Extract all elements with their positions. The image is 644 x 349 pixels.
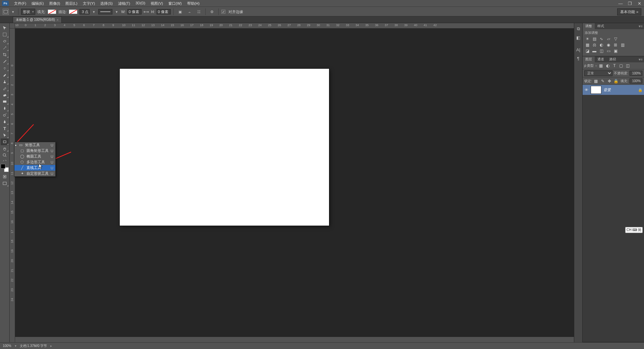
- gradient-tool[interactable]: [1, 98, 9, 105]
- tab-layers[interactable]: 图层: [583, 56, 595, 62]
- stroke-width-dd[interactable]: ▾: [92, 10, 96, 14]
- photo-filter-icon[interactable]: ◉: [606, 43, 611, 47]
- flyout-矩形工具[interactable]: ▭矩形工具U: [14, 142, 55, 148]
- curves-icon[interactable]: ∿: [599, 37, 604, 41]
- gear-icon[interactable]: ⚙: [208, 8, 216, 15]
- hand-tool[interactable]: [1, 145, 9, 152]
- swap-colors-icon[interactable]: [1, 159, 9, 163]
- close-tab-icon[interactable]: ×: [57, 18, 59, 22]
- blur-tool[interactable]: [1, 105, 9, 112]
- selective-color-icon[interactable]: ▣: [613, 49, 618, 53]
- gradient-map-icon[interactable]: ▭: [606, 49, 611, 53]
- lasso-tool[interactable]: [1, 38, 9, 45]
- tab-channels[interactable]: 通道: [595, 56, 607, 62]
- workspace-switcher[interactable]: 基本功能»: [617, 8, 641, 15]
- brush-tool[interactable]: [1, 71, 9, 78]
- invert-icon[interactable]: ◪: [585, 49, 590, 53]
- lock-transparent-icon[interactable]: ▩: [593, 79, 599, 83]
- doc-info[interactable]: 文档:1.37M/0 字节: [20, 344, 47, 348]
- stroke-style-dd[interactable]: ▾: [114, 10, 119, 14]
- zoom-tool[interactable]: [1, 152, 9, 159]
- stroke-width-input[interactable]: [79, 9, 90, 14]
- filter-pixel-icon[interactable]: ▦: [598, 63, 604, 68]
- menu-视图(V)[interactable]: 视图(V): [148, 0, 166, 7]
- path-operations-button[interactable]: ▣: [176, 8, 184, 15]
- healing-tool[interactable]: [1, 65, 9, 71]
- filter-dropdown-icon[interactable]: ÷: [595, 64, 597, 68]
- fill-opacity-value[interactable]: 100%: [630, 78, 642, 83]
- fill-swatch[interactable]: [48, 9, 56, 14]
- layer-row-background[interactable]: 👁 背景 🔒: [583, 85, 644, 95]
- tool-preset-icon[interactable]: [3, 9, 9, 15]
- path-arrange-button[interactable]: ☷: [195, 8, 203, 15]
- lock-pixels-icon[interactable]: ✎: [600, 79, 605, 83]
- ruler-vertical[interactable]: 0123456789101112131415161718192021222324: [10, 28, 15, 342]
- menu-3D(D)[interactable]: 3D(D): [133, 0, 148, 7]
- stroke-swatch[interactable]: [69, 9, 77, 14]
- lookup-icon[interactable]: ▥: [620, 43, 625, 47]
- hue-icon[interactable]: ▦: [585, 43, 590, 47]
- canvas-viewport[interactable]: [15, 28, 574, 337]
- document-tab[interactable]: 未标题-1 @ 100%(RGB/8) ×: [13, 16, 62, 23]
- levels-icon[interactable]: ▤: [592, 37, 597, 41]
- menu-图层(L)[interactable]: 图层(L): [63, 0, 80, 7]
- dodge-tool[interactable]: [1, 112, 9, 118]
- pen-tool[interactable]: [1, 118, 9, 125]
- filter-type-icon[interactable]: T: [612, 63, 617, 68]
- tool-preset-dropdown[interactable]: ▾: [11, 10, 15, 14]
- align-edges-checkbox[interactable]: [221, 10, 225, 14]
- path-selection-tool[interactable]: [1, 132, 9, 138]
- history-panel-icon[interactable]: ⧉: [575, 25, 582, 33]
- flyout-自定形状工具[interactable]: ✦自定形状工具U: [14, 171, 55, 176]
- tab-paths[interactable]: 路径: [607, 56, 619, 62]
- panel-menu-icon[interactable]: ▾≡: [639, 57, 644, 62]
- lock-position-icon[interactable]: ✥: [607, 79, 612, 83]
- bw-icon[interactable]: ◐: [599, 43, 604, 47]
- menu-帮助(H)[interactable]: 帮助(H): [184, 0, 202, 7]
- brightness-icon[interactable]: ☀: [585, 37, 590, 41]
- menu-选择(S)[interactable]: 选择(S): [98, 0, 115, 7]
- stamp-tool[interactable]: [1, 78, 9, 85]
- type-tool[interactable]: T: [1, 125, 9, 132]
- menu-文字(Y)[interactable]: 文字(Y): [80, 0, 98, 7]
- channel-mixer-icon[interactable]: ⊞: [613, 43, 618, 47]
- shape-tool[interactable]: [1, 138, 9, 145]
- menu-图像(I)[interactable]: 图像(I): [47, 0, 63, 7]
- panel-menu-icon[interactable]: ▾≡: [639, 24, 644, 28]
- width-input[interactable]: [127, 9, 142, 14]
- eyedropper-tool[interactable]: [1, 58, 9, 65]
- blend-mode-select[interactable]: 正常: [584, 70, 612, 76]
- menu-滤镜(T)[interactable]: 滤镜(T): [115, 0, 133, 7]
- flyout-圆角矩形工具[interactable]: ▢圆角矩形工具U: [14, 148, 55, 154]
- eraser-tool[interactable]: [1, 92, 9, 98]
- stroke-style-select[interactable]: [98, 9, 112, 14]
- posterize-icon[interactable]: ▬: [592, 49, 597, 53]
- color-swatches[interactable]: [1, 164, 9, 172]
- balance-icon[interactable]: ⚖: [592, 43, 597, 47]
- shape-mode-select[interactable]: 形状: [21, 9, 35, 15]
- opacity-value[interactable]: 100%: [630, 71, 642, 76]
- ime-indicator[interactable]: CH ⌨ 简: [625, 227, 643, 233]
- maximize-button[interactable]: ❐: [625, 0, 635, 7]
- menu-编辑(E)[interactable]: 编辑(E): [29, 0, 47, 7]
- magic-wand-tool[interactable]: [1, 45, 9, 51]
- canvas[interactable]: [120, 69, 329, 226]
- path-align-button[interactable]: ⫠: [186, 8, 193, 15]
- close-button[interactable]: ✕: [635, 0, 644, 7]
- move-tool[interactable]: [1, 24, 9, 31]
- lock-all-icon[interactable]: 🔒: [613, 79, 619, 83]
- quickmask-button[interactable]: [1, 173, 9, 180]
- ruler-horizontal[interactable]: 1001234567891011121314151617181920212223…: [15, 23, 574, 28]
- color-panel-icon[interactable]: ◧: [575, 34, 582, 41]
- menu-文件(F)[interactable]: 文件(F): [11, 0, 29, 7]
- height-input[interactable]: [157, 9, 171, 14]
- screen-mode-button[interactable]: [1, 180, 9, 187]
- zoom-level[interactable]: 100%: [3, 344, 11, 348]
- history-brush-tool[interactable]: [1, 85, 9, 92]
- threshold-icon[interactable]: ◫: [599, 49, 604, 53]
- paragraph-panel-icon[interactable]: ¶: [575, 55, 582, 62]
- menu-窗口(W)[interactable]: 窗口(W): [166, 0, 184, 7]
- filter-adjust-icon[interactable]: ◐: [605, 63, 610, 68]
- crop-tool[interactable]: [1, 51, 9, 58]
- layer-thumbnail[interactable]: [591, 86, 601, 94]
